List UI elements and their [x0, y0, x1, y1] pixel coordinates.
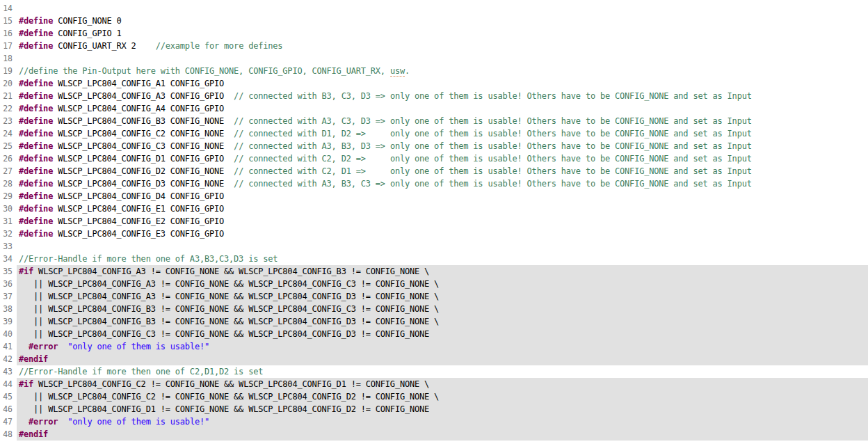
- line-number[interactable]: 36: [0, 278, 17, 290]
- line-content[interactable]: #define WLSCP_LPC804_CONFIG_C3 CONFIG_NO…: [17, 140, 868, 152]
- code-editor[interactable]: 1415#define CONFIG_NONE 016#define CONFI…: [0, 0, 868, 441]
- line-content[interactable]: #define WLSCP_LPC804_CONFIG_A3 CONFIG_GP…: [17, 90, 868, 102]
- misspelled-word: usw: [390, 66, 405, 77]
- code-line-32: 32#define WLSCP_LPC804_CONFIG_E3 CONFIG_…: [0, 228, 868, 240]
- code-line-20: 20#define WLSCP_LPC804_CONFIG_A1 CONFIG_…: [0, 77, 868, 90]
- line-number[interactable]: 35: [0, 265, 17, 278]
- line-content[interactable]: || WLSCP_LPC804_CONFIG_C3 != CONFIG_NONE…: [17, 328, 868, 340]
- code-line-33: 33: [0, 240, 868, 253]
- code-line-45: 45 || WLSCP_LPC804_CONFIG_C2 != CONFIG_N…: [0, 390, 868, 403]
- line-number[interactable]: 45: [0, 390, 17, 403]
- code-token: WLSCP_LPC804_CONFIG_E1 CONFIG_GPIO: [53, 204, 224, 214]
- line-number[interactable]: 38: [0, 303, 17, 315]
- code-token: [19, 342, 29, 351]
- line-number[interactable]: 27: [0, 165, 17, 177]
- line-number[interactable]: 16: [0, 27, 17, 40]
- code-token: WLSCP_LPC804_CONFIG_D1 CONFIG_GPIO: [53, 154, 234, 164]
- line-number[interactable]: 47: [0, 415, 17, 428]
- line-content[interactable]: || WLSCP_LPC804_CONFIG_B3 != CONFIG_NONE…: [17, 303, 868, 315]
- code-token: WLSCP_LPC804_CONFIG_A4 CONFIG_GPIO: [53, 104, 224, 113]
- code-token: WLSCP_LPC804_CONFIG_D3 CONFIG_NONE: [53, 179, 234, 189]
- line-number[interactable]: 23: [0, 115, 17, 127]
- line-content[interactable]: || WLSCP_LPC804_CONFIG_A3 != CONFIG_NONE…: [17, 290, 868, 303]
- line-number[interactable]: 24: [0, 127, 17, 140]
- line-number[interactable]: 15: [0, 15, 17, 27]
- line-content[interactable]: #define WLSCP_LPC804_CONFIG_D2 CONFIG_NO…: [17, 165, 868, 177]
- line-content[interactable]: #define WLSCP_LPC804_CONFIG_A4 CONFIG_GP…: [17, 102, 868, 115]
- line-number[interactable]: 21: [0, 90, 17, 102]
- line-number[interactable]: 20: [0, 77, 17, 90]
- line-content[interactable]: #define CONFIG_GPIO 1: [17, 27, 868, 40]
- code-line-31: 31#define WLSCP_LPC804_CONFIG_E2 CONFIG_…: [0, 215, 868, 228]
- line-content[interactable]: [17, 52, 868, 65]
- code-token: CONFIG_GPIO 1: [53, 29, 121, 38]
- line-content[interactable]: #define WLSCP_LPC804_CONFIG_E1 CONFIG_GP…: [17, 203, 868, 215]
- line-content[interactable]: #define WLSCP_LPC804_CONFIG_B3 CONFIG_NO…: [17, 115, 868, 127]
- line-number[interactable]: 18: [0, 52, 17, 65]
- code-token: WLSCP_LPC804_CONFIG_E3 CONFIG_GPIO: [53, 229, 224, 239]
- line-number[interactable]: 43: [0, 365, 17, 378]
- string-token: "only one of them is usable!": [67, 342, 209, 351]
- line-content[interactable]: #define WLSCP_LPC804_CONFIG_D3 CONFIG_NO…: [17, 177, 868, 190]
- line-content[interactable]: || WLSCP_LPC804_CONFIG_A3 != CONFIG_NONE…: [17, 278, 868, 290]
- line-number[interactable]: 33: [0, 240, 17, 253]
- line-content[interactable]: #endif: [17, 353, 868, 365]
- line-number[interactable]: 41: [0, 340, 17, 353]
- line-number[interactable]: 28: [0, 177, 17, 190]
- line-content[interactable]: //Error-Handle if more then one of C2,D1…: [17, 365, 868, 378]
- preprocessor-directive-token: #define: [19, 154, 53, 164]
- code-line-46: 46 || WLSCP_LPC804_CONFIG_D1 != CONFIG_N…: [0, 403, 868, 415]
- line-content[interactable]: #define CONFIG_NONE 0: [17, 15, 868, 27]
- line-content[interactable]: [17, 2, 868, 15]
- line-content[interactable]: #define WLSCP_LPC804_CONFIG_D1 CONFIG_GP…: [17, 152, 868, 165]
- line-content[interactable]: #if WLSCP_LPC804_CONFIG_A3 != CONFIG_NON…: [17, 265, 868, 278]
- line-content[interactable]: #define WLSCP_LPC804_CONFIG_A1 CONFIG_GP…: [17, 77, 868, 90]
- line-number[interactable]: 42: [0, 353, 17, 365]
- line-number[interactable]: 17: [0, 40, 17, 52]
- code-token: WLSCP_LPC804_CONFIG_E2 CONFIG_GPIO: [53, 216, 224, 226]
- line-content[interactable]: #endif: [17, 428, 868, 441]
- line-content[interactable]: #define CONFIG_UART_RX 2 //example for m…: [17, 40, 868, 52]
- line-content[interactable]: || WLSCP_LPC804_CONFIG_B3 != CONFIG_NONE…: [17, 315, 868, 328]
- line-number[interactable]: 22: [0, 102, 17, 115]
- line-number[interactable]: 37: [0, 290, 17, 303]
- line-content[interactable]: //Error-Handle if more then one of A3,B3…: [17, 253, 868, 265]
- line-content[interactable]: #define WLSCP_LPC804_CONFIG_C2 CONFIG_NO…: [17, 127, 868, 140]
- line-content[interactable]: || WLSCP_LPC804_CONFIG_C2 != CONFIG_NONE…: [17, 390, 868, 403]
- line-content[interactable]: //define the Pin-Output here with CONFIG…: [17, 65, 868, 77]
- line-number[interactable]: 48: [0, 428, 17, 441]
- line-content[interactable]: [17, 240, 868, 253]
- line-number[interactable]: 26: [0, 152, 17, 165]
- code-token: [58, 342, 67, 351]
- line-number[interactable]: 19: [0, 65, 17, 77]
- comment-token: //Error-Handle if more then one of A3,B3…: [19, 254, 278, 264]
- line-number[interactable]: 46: [0, 403, 17, 415]
- line-number[interactable]: 29: [0, 190, 17, 203]
- code-token: CONFIG_UART_RX 2: [53, 41, 156, 51]
- code-token: || WLSCP_LPC804_CONFIG_A3 != CONFIG_NONE…: [19, 279, 439, 289]
- code-token: || WLSCP_LPC804_CONFIG_C2 != CONFIG_NONE…: [19, 392, 439, 402]
- line-number[interactable]: 32: [0, 228, 17, 240]
- line-content[interactable]: #define WLSCP_LPC804_CONFIG_E2 CONFIG_GP…: [17, 215, 868, 228]
- line-number[interactable]: 44: [0, 378, 17, 390]
- line-number[interactable]: 34: [0, 253, 17, 265]
- code-line-22: 22#define WLSCP_LPC804_CONFIG_A4 CONFIG_…: [0, 102, 868, 115]
- line-content[interactable]: #error "only one of them is usable!": [17, 340, 868, 353]
- line-number[interactable]: 39: [0, 315, 17, 328]
- line-content[interactable]: || WLSCP_LPC804_CONFIG_D1 != CONFIG_NONE…: [17, 403, 868, 415]
- line-number[interactable]: 31: [0, 215, 17, 228]
- line-content[interactable]: #if WLSCP_LPC804_CONFIG_C2 != CONFIG_NON…: [17, 378, 868, 390]
- line-number[interactable]: 40: [0, 328, 17, 340]
- comment-token: // connected with A3, C3, D3 => only one…: [234, 116, 752, 126]
- line-content[interactable]: #error "only one of them is usable!": [17, 415, 868, 428]
- code-line-30: 30#define WLSCP_LPC804_CONFIG_E1 CONFIG_…: [0, 203, 868, 215]
- code-line-16: 16#define CONFIG_GPIO 1: [0, 27, 868, 40]
- code-line-40: 40 || WLSCP_LPC804_CONFIG_C3 != CONFIG_N…: [0, 328, 868, 340]
- line-content[interactable]: #define WLSCP_LPC804_CONFIG_E3 CONFIG_GP…: [17, 228, 868, 240]
- line-number[interactable]: 14: [0, 2, 17, 15]
- code-token: WLSCP_LPC804_CONFIG_A1 CONFIG_GPIO: [53, 79, 224, 88]
- line-content[interactable]: #define WLSCP_LPC804_CONFIG_D4 CONFIG_GP…: [17, 190, 868, 203]
- code-line-19: 19//define the Pin-Output here with CONF…: [0, 65, 868, 77]
- line-number[interactable]: 30: [0, 203, 17, 215]
- line-number[interactable]: 25: [0, 140, 17, 152]
